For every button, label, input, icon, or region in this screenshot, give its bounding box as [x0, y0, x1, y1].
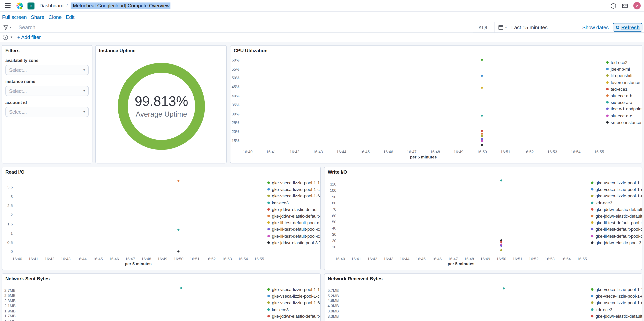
- add-filter-link[interactable]: + Add filter: [17, 34, 41, 40]
- legend-swatch-icon: [268, 308, 270, 311]
- legend-item[interactable]: gke-vseca-lizzie-pool-1-1877...: [591, 286, 642, 293]
- y-axis-tick-label: 10: [324, 245, 336, 249]
- data-point: [481, 114, 483, 116]
- x-axis-tick-label: 16:45: [90, 256, 106, 261]
- legend-label: gke-jddwr-elastic-default-po...: [596, 207, 642, 212]
- clone-link[interactable]: Clone: [48, 14, 62, 20]
- panel-filters: Filters availability zone Select... ▾ in…: [2, 45, 92, 163]
- legend-item[interactable]: kdr-ece3: [268, 306, 321, 313]
- share-link[interactable]: Share: [31, 14, 44, 20]
- legend-item[interactable]: gke-vseca-lizzie-pool-1-1877...: [268, 286, 321, 293]
- legend-item[interactable]: sri-ece-instance: [606, 119, 642, 126]
- legend-item[interactable]: gke-vseca-lizzie-pool-1-630...: [268, 300, 321, 306]
- y-axis-tick-label: 3.5: [2, 185, 13, 190]
- data-point: [500, 241, 502, 243]
- legend-item[interactable]: gke-lil-test-default-pool-c1e...: [268, 226, 321, 232]
- newsfeed-button[interactable]: [622, 3, 628, 9]
- legend-item[interactable]: gke-lil-test-default-pool-c1e...: [591, 226, 642, 232]
- uptime-ring: 99.813% Average Uptime: [118, 63, 205, 150]
- dashboard-toolbar: Full screen Share Clone Edit: [0, 12, 644, 22]
- legend-item[interactable]: gke-vseca-lizzie-pool-1-630...: [268, 193, 321, 199]
- y-axis-tick-label: 50: [324, 220, 336, 224]
- legend-item[interactable]: gke-jddwr-elastic-default-po...: [268, 320, 321, 321]
- data-point: [481, 87, 483, 89]
- dashboard-grid: Filters availability zone Select... ▾ in…: [0, 42, 644, 321]
- legend-item[interactable]: gke-vseca-lizzie-pool-1-c417...: [268, 293, 321, 300]
- time-range-button[interactable]: Last 15 minutes: [510, 24, 548, 30]
- user-avatar[interactable]: 2: [633, 2, 641, 10]
- legend-item[interactable]: gke-vseca-lizzie-pool-1-630...: [591, 193, 642, 199]
- refresh-button[interactable]: ↻ Refresh: [613, 23, 642, 32]
- show-dates-link[interactable]: Show dates: [582, 24, 609, 30]
- y-axis-tick-label: 3.8MB: [324, 309, 339, 313]
- legend-item[interactable]: gke-lil-test-default-pool-c1e...: [268, 219, 321, 226]
- data-point: [481, 130, 483, 132]
- x-axis-tick-label: 16:47: [404, 150, 420, 154]
- help-button[interactable]: ?: [610, 3, 616, 9]
- legend-item[interactable]: favero-instance: [606, 79, 642, 86]
- y-axis-tick-label: 5.7MB: [324, 288, 339, 292]
- filter-field-availability-zone: availability zone Select... ▾: [5, 58, 88, 75]
- legend-item[interactable]: gke-jddwr-elastic-default-po...: [268, 313, 321, 320]
- filter-options-button[interactable]: [2, 34, 8, 40]
- legend-item[interactable]: ted-ece2: [606, 59, 642, 66]
- legend-item[interactable]: siu-ece-a-b: [606, 92, 642, 99]
- legend-item[interactable]: gke-lil-test-default-pool-c1e...: [591, 232, 642, 239]
- legend-item[interactable]: kdr-ece3: [591, 306, 642, 313]
- legend-item[interactable]: gke-jddwr-elastic-default-po...: [591, 313, 642, 320]
- legend-label: gke-vseca-lizzie-pool-1-c417...: [596, 294, 642, 298]
- search-input[interactable]: [15, 22, 473, 32]
- instance-name-select[interactable]: Select... ▾: [5, 86, 88, 96]
- chart-legend: gke-vseca-lizzie-pool-1-1877...gke-vseca…: [591, 286, 642, 321]
- x-axis-tick-label: 16:46: [106, 256, 122, 261]
- legend-item[interactable]: ted-ece1: [606, 86, 642, 92]
- breadcrumb-dashboard-link[interactable]: Dashboard: [39, 3, 64, 9]
- legend-item[interactable]: gke-vseca-lizzie-pool-1-c417...: [591, 186, 642, 193]
- legend-label: gke-lil-test-default-pool-c1e...: [272, 220, 321, 225]
- legend-item[interactable]: gke-jddwr-elastic-pool-3-74...: [268, 239, 321, 246]
- legend-item[interactable]: gke-jddwr-elastic-default-po...: [591, 320, 642, 321]
- availability-zone-select[interactable]: Select... ▾: [5, 65, 88, 75]
- legend-label: kdr-ece3: [596, 200, 612, 205]
- legend-item[interactable]: gke-vseca-lizzie-pool-1-c417...: [268, 186, 321, 193]
- legend-item[interactable]: tlee-w1-endpoint: [606, 106, 642, 112]
- full-screen-link[interactable]: Full screen: [2, 14, 27, 20]
- saved-query-menu-button[interactable]: ▾: [0, 22, 15, 32]
- x-axis-tick-label: 16:42: [41, 256, 58, 261]
- legend-label: sri-ece-instance: [611, 120, 641, 124]
- x-axis-tick-label: 16:43: [380, 256, 397, 261]
- legend-item[interactable]: gke-vseca-lizzie-pool-1-1877...: [591, 180, 642, 186]
- chart-legend: gke-vseca-lizzie-pool-1-1877...gke-vseca…: [268, 180, 321, 246]
- legend-item[interactable]: lil-openshift: [606, 72, 642, 79]
- legend-item[interactable]: gke-jddwr-elastic-default-po...: [591, 206, 642, 212]
- x-axis-tick-label: 16:54: [235, 256, 251, 261]
- legend-item[interactable]: joe-mb-ml: [606, 66, 642, 72]
- x-axis-tick-label: 16:55: [574, 256, 590, 261]
- legend-item[interactable]: gke-lil-test-default-pool-c1e...: [268, 232, 321, 239]
- elastic-logo[interactable]: [16, 2, 23, 10]
- account-id-select[interactable]: Select... ▾: [5, 107, 88, 117]
- legend-item[interactable]: gke-jddwr-elastic-default-po...: [268, 212, 321, 219]
- query-language-toggle[interactable]: KQL: [473, 22, 494, 32]
- edit-link[interactable]: Edit: [66, 14, 74, 20]
- elastic-logo-icon: [16, 2, 23, 10]
- field-label: availability zone: [5, 58, 88, 63]
- legend-item[interactable]: gke-lil-test-default-pool-c1e...: [591, 219, 642, 226]
- legend-item[interactable]: gke-jddwr-elastic-default-po...: [591, 212, 642, 219]
- date-picker-calendar-button[interactable]: ▾: [494, 25, 510, 30]
- legend-item[interactable]: gke-vseca-lizzie-pool-1-1877...: [268, 180, 321, 186]
- legend-item[interactable]: kdr-ece3: [268, 199, 321, 206]
- legend-swatch-icon: [268, 221, 270, 224]
- legend-item[interactable]: gke-vseca-lizzie-pool-1-630...: [591, 300, 642, 306]
- legend-item[interactable]: siu-ece-a-c: [606, 112, 642, 119]
- legend-item[interactable]: gke-vseca-lizzie-pool-1-c417...: [591, 293, 642, 300]
- legend-swatch-icon: [591, 308, 594, 311]
- legend-item[interactable]: gke-jddwr-elastic-pool-3-74...: [591, 239, 642, 246]
- data-point: [500, 244, 502, 247]
- legend-item[interactable]: gke-jddwr-elastic-default-po...: [268, 206, 321, 212]
- legend-item[interactable]: kdr-ece3: [591, 199, 642, 206]
- legend-item[interactable]: siu-ece-a-a: [606, 99, 642, 106]
- cpu-utilization-chart: 60%55%50%45%40%35%30%25%20%15%16:4016:41…: [230, 46, 642, 163]
- deployment-badge[interactable]: D: [28, 2, 34, 9]
- menu-hamburger-icon[interactable]: [3, 1, 12, 10]
